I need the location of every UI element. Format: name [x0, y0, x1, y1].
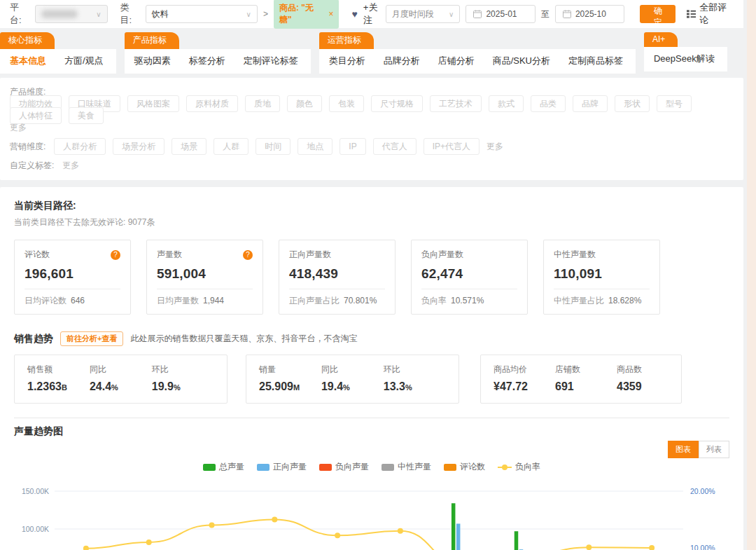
stat-title: 评论数 — [24, 249, 50, 261]
heart-icon: ♥ — [351, 8, 357, 20]
legend-item-中性声量[interactable]: 中性声量 — [382, 461, 431, 473]
product-tag-list: 功能功效口味味道风格图案原料材质质地颜色包装尺寸规格工艺技术款式品类品牌形状型号… — [10, 98, 734, 122]
product-dimension-row: 产品维度: 功能功效口味味道风格图案原料材质质地颜色包装尺寸规格工艺技术款式品类… — [10, 86, 734, 134]
tab-基本信息[interactable]: 基本信息 — [10, 55, 46, 67]
nav-bar: 核心指标 基本信息方面/观点 产品指标 驱动因素标签分析定制评论标签 运营指标 … — [0, 32, 743, 74]
filter-tag[interactable]: 美食 — [69, 107, 104, 124]
tab-定制商品标签[interactable]: 定制商品标签 — [568, 55, 623, 67]
category-select[interactable]: 饮料 ∨ — [146, 5, 258, 23]
metric-label: 销量 — [259, 364, 321, 376]
filter-tag[interactable]: 时间 — [255, 138, 290, 155]
svg-text:150.00K: 150.00K — [22, 487, 49, 495]
filter-tag[interactable]: IP — [340, 138, 365, 155]
filter-tag[interactable]: 场景 — [172, 138, 206, 155]
platform-select[interactable]: ∨ — [35, 5, 107, 23]
tab-DeepSeek解读[interactable]: DeepSeek解读 — [654, 53, 715, 65]
platform-value-blurred — [41, 10, 78, 18]
legend-item-评论数[interactable]: 评论数 — [444, 461, 485, 473]
volume-trend-chart[interactable]: 050.00K100.00K150.00K010.00%20.00%2025-0… — [14, 480, 728, 550]
start-date-input[interactable]: 2025-01 — [465, 5, 535, 23]
filter-tag[interactable]: 品牌 — [573, 95, 608, 112]
legend-item-负向声量[interactable]: 负向声量 — [319, 461, 369, 473]
filter-tag[interactable]: 尺寸规格 — [371, 95, 423, 112]
legend-item-负向率[interactable]: 负向率 — [498, 461, 540, 473]
tab-定制评论标签[interactable]: 定制评论标签 — [244, 55, 298, 67]
nav-ribbon-operation: 运营指标 — [319, 32, 374, 49]
volume-trend-title: 声量趋势图 — [14, 425, 63, 438]
filter-tag[interactable]: 代言人 — [373, 138, 416, 155]
svg-text:20.00%: 20.00% — [690, 487, 715, 495]
filter-tag[interactable]: 场景分析 — [113, 138, 164, 155]
filter-tag[interactable]: 人群 — [214, 138, 248, 155]
filter-tag[interactable]: 形状 — [615, 95, 650, 112]
list-view-button[interactable]: 列表 — [699, 441, 729, 458]
tab-方面/观点[interactable]: 方面/观点 — [64, 55, 104, 67]
tab-驱动因素[interactable]: 驱动因素 — [134, 55, 171, 67]
close-icon[interactable]: × — [328, 9, 333, 19]
tab-品牌分析[interactable]: 品牌分析 — [384, 55, 420, 67]
legend-label: 负向率 — [515, 461, 540, 473]
filter-panel: 产品维度: 功能功效口味味道风格图案原料材质质地颜色包装尺寸规格工艺技术款式品类… — [0, 78, 743, 180]
nav-tabs-core: 基本信息方面/观点 — [0, 49, 116, 74]
chevron-down-icon: ∨ — [246, 11, 251, 18]
filter-tag[interactable]: 地点 — [298, 138, 332, 155]
keyword-filter-tag[interactable]: 商品: "无糖" × — [274, 0, 340, 29]
confirm-button[interactable]: 确定 — [640, 5, 676, 23]
filter-tag[interactable]: 品类 — [531, 95, 566, 112]
help-icon[interactable]: ? — [243, 250, 253, 260]
bar-swatch — [382, 464, 394, 471]
tab-类目分析[interactable]: 类目分析 — [329, 55, 365, 67]
nav-ribbon-core: 核心指标 — [0, 32, 55, 49]
tab-店铺分析[interactable]: 店铺分析 — [438, 55, 475, 67]
stat-footer-label: 日均评论数 — [24, 296, 66, 305]
all-comments-button[interactable]: 全部评论 — [687, 1, 734, 27]
legend-item-正向声量[interactable]: 正向声量 — [257, 461, 307, 473]
metric-label: 同比 — [90, 364, 152, 376]
product-more-link[interactable]: 更多 — [10, 122, 27, 134]
filter-tag[interactable]: 风格图案 — [127, 95, 179, 112]
nav-tabs-operation: 类目分析品牌分析店铺分析商品/SKU分析定制商品标签 — [319, 49, 636, 74]
sales-trend-title: 销售趋势 — [14, 333, 53, 345]
stat-title: 正向声量数 — [289, 249, 331, 261]
bar-swatch — [203, 464, 216, 471]
sales-card-units: 销量25.909M 同比19.4% 环比13.3% — [246, 355, 459, 404]
end-date-input[interactable]: 2025-10 — [555, 5, 624, 23]
stat-card-volume: 声量数 ? 591,004 日均声量数1,944 — [146, 240, 263, 315]
calendar-icon — [473, 10, 482, 18]
filter-tag[interactable]: 质地 — [245, 95, 280, 112]
nav-group-operation: 运营指标 类目分析品牌分析店铺分析商品/SKU分析定制商品标签 — [319, 32, 636, 74]
right-edge-strip — [747, 0, 756, 550]
period-type-select[interactable]: 月度时间段 ∨ — [386, 5, 461, 23]
filter-tag[interactable]: 人群分析 — [54, 138, 106, 155]
filter-tag[interactable]: 款式 — [489, 95, 524, 112]
nav-tabs-ai: DeepSeek解读 — [644, 47, 727, 71]
custom-more-link[interactable]: 更多 — [62, 160, 79, 172]
svg-text:100.00K: 100.00K — [22, 525, 49, 533]
category-label: 类目: — [120, 1, 140, 27]
legend-item-总声量[interactable]: 总声量 — [203, 461, 244, 473]
filter-tag[interactable]: IP+代言人 — [424, 138, 479, 155]
tab-标签分析[interactable]: 标签分析 — [189, 55, 225, 67]
chevron-down-icon: ∨ — [96, 11, 101, 18]
chart-view-button[interactable]: 图表 — [668, 441, 699, 458]
category-path-title: 当前类目路径: — [14, 200, 729, 212]
goto-analysis-button[interactable]: 前往分析+查看 — [60, 331, 123, 346]
filter-tag[interactable]: 工艺技术 — [430, 95, 482, 112]
follow-button[interactable]: +关注 — [363, 1, 386, 27]
marketing-more-link[interactable]: 更多 — [486, 141, 503, 153]
filter-tag[interactable]: 原料材质 — [186, 95, 238, 112]
tab-商品/SKU分析[interactable]: 商品/SKU分析 — [493, 55, 550, 67]
metric-label: 销售额 — [27, 364, 90, 376]
sales-card-products: 商品均价¥47.72 店铺数691 商品数4359 — [480, 355, 682, 404]
custom-tags-label: 自定义标签: — [10, 160, 54, 172]
metric-label: 商品数 — [617, 364, 678, 376]
nav-ribbon-ai: AI+ — [644, 32, 678, 47]
filter-tag[interactable]: 包装 — [329, 95, 364, 112]
legend-label: 评论数 — [460, 461, 485, 473]
nav-group-ai: AI+ DeepSeek解读 — [644, 32, 727, 74]
filter-tag[interactable]: 型号 — [657, 95, 692, 112]
filter-tag[interactable]: 颜色 — [287, 95, 322, 112]
stat-footer-label: 中性声量占比 — [554, 296, 604, 305]
help-icon[interactable]: ? — [111, 250, 120, 260]
section-divider — [14, 418, 729, 418]
